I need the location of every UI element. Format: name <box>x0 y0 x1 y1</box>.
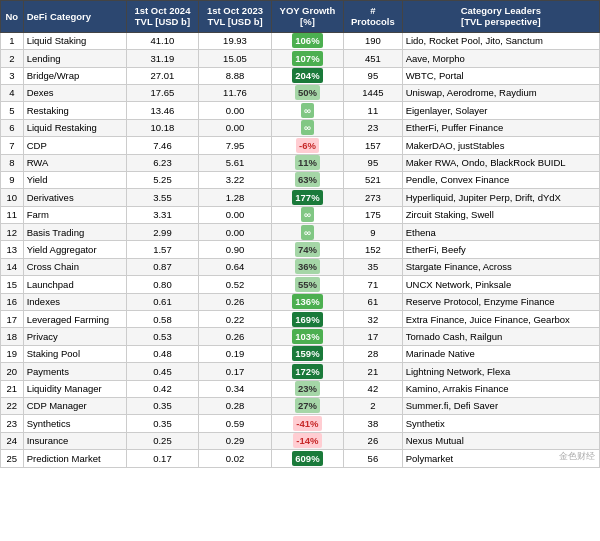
cell-protocols: 38 <box>344 415 403 432</box>
cell-protocols: 28 <box>344 345 403 362</box>
cell-no: 25 <box>1 450 24 467</box>
cell-category: Prediction Market <box>23 450 126 467</box>
cell-leaders: Pendle, Convex Finance <box>402 171 599 188</box>
cell-yoy: 136% <box>271 293 343 310</box>
cell-tvl23: 0.00 <box>199 224 272 241</box>
cell-tvl24: 0.87 <box>126 258 199 275</box>
table-header-row: No DeFi Category 1st Oct 2024TVL [USD b]… <box>1 1 600 33</box>
cell-category: Privacy <box>23 328 126 345</box>
cell-no: 7 <box>1 137 24 154</box>
table-row: 14 Cross Chain 0.87 0.64 36% 35 Stargate… <box>1 258 600 275</box>
page-container: No DeFi Category 1st Oct 2024TVL [USD b]… <box>0 0 600 468</box>
cell-protocols: 71 <box>344 276 403 293</box>
cell-tvl23: 3.22 <box>199 171 272 188</box>
cell-tvl24: 0.48 <box>126 345 199 362</box>
cell-category: CDP <box>23 137 126 154</box>
cell-tvl24: 0.58 <box>126 311 199 328</box>
cell-leaders: EtherFi, Beefy <box>402 241 599 258</box>
cell-tvl23: 1.28 <box>199 189 272 206</box>
cell-tvl24: 0.80 <box>126 276 199 293</box>
cell-tvl24: 0.25 <box>126 432 199 449</box>
cell-no: 9 <box>1 171 24 188</box>
cell-tvl24: 0.45 <box>126 363 199 380</box>
cell-no: 5 <box>1 102 24 119</box>
table-row: 21 Liquidity Manager 0.42 0.34 23% 42 Ka… <box>1 380 600 397</box>
cell-protocols: 1445 <box>344 84 403 101</box>
cell-leaders: Uniswap, Aerodrome, Raydium <box>402 84 599 101</box>
cell-leaders: MakerDAO, justStables <box>402 137 599 154</box>
table-row: 7 CDP 7.46 7.95 -6% 157 MakerDAO, justSt… <box>1 137 600 154</box>
cell-no: 10 <box>1 189 24 206</box>
table-row: 16 Indexes 0.61 0.26 136% 61 Reserve Pro… <box>1 293 600 310</box>
cell-no: 21 <box>1 380 24 397</box>
table-row: 11 Farm 3.31 0.00 ∞ 175 Zircuit Staking,… <box>1 206 600 223</box>
cell-yoy: 55% <box>271 276 343 293</box>
table-row: 17 Leveraged Farming 0.58 0.22 169% 32 E… <box>1 311 600 328</box>
cell-leaders: Zircuit Staking, Swell <box>402 206 599 223</box>
cell-category: Restaking <box>23 102 126 119</box>
table-row: 13 Yield Aggregator 1.57 0.90 74% 152 Et… <box>1 241 600 258</box>
cell-leaders: Tornado Cash, Railgun <box>402 328 599 345</box>
cell-yoy: ∞ <box>271 102 343 119</box>
cell-category: Derivatives <box>23 189 126 206</box>
cell-tvl23: 0.02 <box>199 450 272 467</box>
cell-tvl24: 3.55 <box>126 189 199 206</box>
cell-tvl23: 0.00 <box>199 102 272 119</box>
cell-leaders: Stargate Finance, Across <box>402 258 599 275</box>
cell-yoy: -41% <box>271 415 343 432</box>
table-row: 6 Liquid Restaking 10.18 0.00 ∞ 23 Ether… <box>1 119 600 136</box>
table-row: 4 Dexes 17.65 11.76 50% 1445 Uniswap, Ae… <box>1 84 600 101</box>
cell-category: Liquid Restaking <box>23 119 126 136</box>
cell-category: Yield Aggregator <box>23 241 126 258</box>
cell-category: Yield <box>23 171 126 188</box>
table-row: 25 Prediction Market 0.17 0.02 609% 56 P… <box>1 450 600 467</box>
cell-no: 4 <box>1 84 24 101</box>
cell-yoy: 63% <box>271 171 343 188</box>
cell-tvl23: 0.34 <box>199 380 272 397</box>
cell-leaders: Nexus Mutual <box>402 432 599 449</box>
cell-tvl23: 0.52 <box>199 276 272 293</box>
cell-tvl23: 19.93 <box>199 32 272 49</box>
col-no: No <box>1 1 24 33</box>
cell-leaders: Marinade Native <box>402 345 599 362</box>
cell-yoy: ∞ <box>271 206 343 223</box>
cell-tvl23: 7.95 <box>199 137 272 154</box>
cell-yoy: 609% <box>271 450 343 467</box>
cell-tvl23: 0.00 <box>199 206 272 223</box>
defi-table: No DeFi Category 1st Oct 2024TVL [USD b]… <box>0 0 600 468</box>
table-row: 5 Restaking 13.46 0.00 ∞ 11 Eigenlayer, … <box>1 102 600 119</box>
cell-leaders: Hyperliquid, Jupiter Perp, Drift, dYdX <box>402 189 599 206</box>
cell-yoy: 74% <box>271 241 343 258</box>
cell-protocols: 21 <box>344 363 403 380</box>
cell-yoy: ∞ <box>271 119 343 136</box>
cell-no: 19 <box>1 345 24 362</box>
cell-no: 11 <box>1 206 24 223</box>
table-row: 1 Liquid Staking 41.10 19.93 106% 190 Li… <box>1 32 600 49</box>
cell-category: Staking Pool <box>23 345 126 362</box>
table-row: 18 Privacy 0.53 0.26 103% 17 Tornado Cas… <box>1 328 600 345</box>
cell-protocols: 17 <box>344 328 403 345</box>
table-row: 15 Launchpad 0.80 0.52 55% 71 UNCX Netwo… <box>1 276 600 293</box>
cell-category: Liquidity Manager <box>23 380 126 397</box>
cell-no: 1 <box>1 32 24 49</box>
table-row: 20 Payments 0.45 0.17 172% 21 Lightning … <box>1 363 600 380</box>
cell-category: Payments <box>23 363 126 380</box>
cell-protocols: 23 <box>344 119 403 136</box>
cell-leaders: Summer.fi, Defi Saver <box>402 397 599 414</box>
cell-tvl23: 11.76 <box>199 84 272 101</box>
cell-yoy: 172% <box>271 363 343 380</box>
cell-no: 20 <box>1 363 24 380</box>
cell-leaders: UNCX Network, Pinksale <box>402 276 599 293</box>
cell-category: Synthetics <box>23 415 126 432</box>
cell-protocols: 56 <box>344 450 403 467</box>
cell-yoy: 11% <box>271 154 343 171</box>
cell-protocols: 152 <box>344 241 403 258</box>
cell-no: 13 <box>1 241 24 258</box>
cell-tvl23: 0.22 <box>199 311 272 328</box>
table-row: 3 Bridge/Wrap 27.01 8.88 204% 95 WBTC, P… <box>1 67 600 84</box>
cell-category: CDP Manager <box>23 397 126 414</box>
cell-yoy: 23% <box>271 380 343 397</box>
cell-tvl24: 1.57 <box>126 241 199 258</box>
cell-tvl24: 7.46 <box>126 137 199 154</box>
col-leaders: Category Leaders[TVL perspective] <box>402 1 599 33</box>
